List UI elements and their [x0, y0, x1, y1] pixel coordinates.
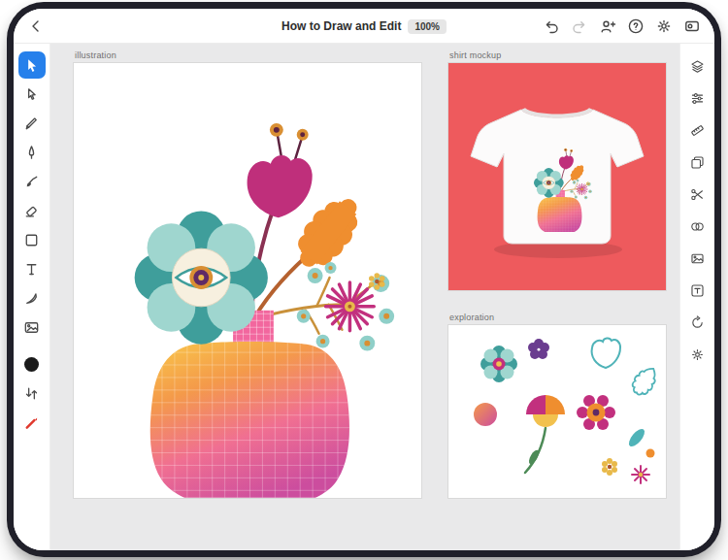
- document-title-group: How to Draw and Edit 100%: [281, 9, 447, 44]
- artboard-exploration[interactable]: [448, 325, 666, 498]
- redo-icon: [571, 17, 588, 35]
- place-image-tool[interactable]: [18, 313, 46, 341]
- type-tool[interactable]: [18, 255, 46, 282]
- history-panel-button[interactable]: [685, 310, 711, 335]
- pen-tool[interactable]: [18, 139, 46, 166]
- touch-shortcut-icon: [683, 17, 701, 35]
- properties-panel-button[interactable]: [685, 85, 711, 111]
- shape-builder-panel-button[interactable]: [685, 214, 711, 239]
- sketch-yellow-flower[interactable]: [602, 458, 617, 476]
- knife-icon: [22, 289, 41, 308]
- gear-dots-icon: [689, 346, 706, 363]
- fill-color-swatch: [24, 357, 39, 372]
- topbar-actions: [539, 14, 705, 39]
- red-pencil-icon: [22, 413, 41, 432]
- touch-shortcut-button[interactable]: [679, 14, 705, 39]
- sketch-gradient-circle[interactable]: [474, 403, 497, 426]
- shapes-tool[interactable]: [18, 226, 46, 253]
- document-title: How to Draw and Edit: [281, 19, 401, 33]
- text-panel-button[interactable]: [685, 278, 711, 303]
- chevron-left-icon: [27, 17, 45, 35]
- left-tool-rail: [14, 44, 50, 550]
- sketch-orange-dot[interactable]: [646, 449, 655, 458]
- app-window: How to Draw and Edit 100%: [14, 9, 714, 550]
- tablet-frame: How to Draw and Edit 100%: [7, 2, 721, 557]
- scissors-icon: [689, 186, 706, 203]
- image-panel-button[interactable]: [685, 246, 711, 271]
- artboard-label-illustration[interactable]: illustration: [75, 50, 116, 60]
- pencil-tool[interactable]: [18, 110, 46, 137]
- sliders-icon: [689, 90, 706, 107]
- ruler-icon: [689, 122, 706, 139]
- direct-selection-tool[interactable]: [18, 81, 46, 108]
- settings-button[interactable]: [651, 14, 677, 39]
- exploration-artwork[interactable]: [448, 325, 666, 498]
- sketch-daisy[interactable]: [480, 346, 517, 382]
- selection-arrow-icon: [22, 56, 41, 75]
- pencil-icon: [22, 115, 41, 133]
- knife-tool[interactable]: [18, 284, 46, 312]
- back-button[interactable]: [23, 14, 49, 39]
- layers-icon: [689, 58, 706, 75]
- sketch-quarter-tulip[interactable]: [525, 395, 565, 473]
- paintbrush-tool[interactable]: [18, 168, 46, 195]
- sketch-outline-leaf[interactable]: [628, 363, 661, 399]
- text-box-icon: [689, 282, 706, 299]
- sketch-dotted-flower[interactable]: [577, 395, 615, 430]
- sketch-outline-tulip[interactable]: [592, 338, 620, 368]
- zoom-level-badge[interactable]: 100%: [408, 19, 447, 34]
- copy-icon: [689, 154, 706, 171]
- shirt-mockup-artwork[interactable]: [448, 63, 666, 290]
- fill-color-well[interactable]: [18, 350, 46, 378]
- sketch-teal-leaf[interactable]: [626, 426, 647, 448]
- precision-panel-button[interactable]: [685, 117, 711, 143]
- artboard-illustration[interactable]: [74, 63, 421, 498]
- plugins-panel-button[interactable]: [685, 342, 711, 367]
- rectangle-icon: [22, 231, 41, 249]
- scissors-panel-button[interactable]: [685, 181, 711, 207]
- undo-button[interactable]: [539, 14, 564, 39]
- undo-icon: [543, 17, 560, 35]
- top-toolbar: How to Draw and Edit 100%: [14, 9, 714, 44]
- illustration-artwork[interactable]: [74, 63, 421, 498]
- canvas[interactable]: illustration shirt mockup: [50, 44, 679, 550]
- gear-icon: [655, 17, 673, 35]
- page: How to Draw and Edit 100%: [0, 0, 728, 560]
- invite-person-icon: [599, 17, 616, 35]
- selection-tool[interactable]: [18, 51, 46, 79]
- pen-nib-icon: [22, 144, 41, 162]
- swap-arrows-icon: [22, 384, 41, 403]
- help-button[interactable]: [623, 14, 648, 39]
- eraser-icon: [22, 202, 41, 220]
- clipboard-panel-button[interactable]: [685, 149, 711, 175]
- direct-selection-icon: [22, 85, 41, 104]
- image-icon: [22, 318, 41, 337]
- swap-colors-button[interactable]: [18, 379, 46, 407]
- artboard-label-shirt-mockup[interactable]: shirt mockup: [449, 50, 501, 60]
- workspace: illustration shirt mockup: [14, 44, 714, 550]
- eraser-tool[interactable]: [18, 197, 46, 224]
- redo-button[interactable]: [567, 14, 592, 39]
- paintbrush-icon: [22, 173, 41, 191]
- help-icon: [627, 17, 645, 35]
- artboard-shirt-mockup[interactable]: [448, 63, 666, 290]
- photo-icon: [689, 250, 706, 267]
- sketch-purple-flower[interactable]: [528, 339, 549, 359]
- type-icon: [22, 260, 41, 279]
- apple-pencil-indicator[interactable]: [18, 409, 46, 436]
- right-panel-rail: [679, 44, 714, 550]
- layers-panel-button[interactable]: [685, 53, 711, 79]
- invite-button[interactable]: [595, 14, 620, 39]
- history-arrow-icon: [689, 314, 706, 331]
- artboard-label-exploration[interactable]: exploration: [449, 313, 494, 322]
- overlapping-circles-icon: [689, 218, 706, 235]
